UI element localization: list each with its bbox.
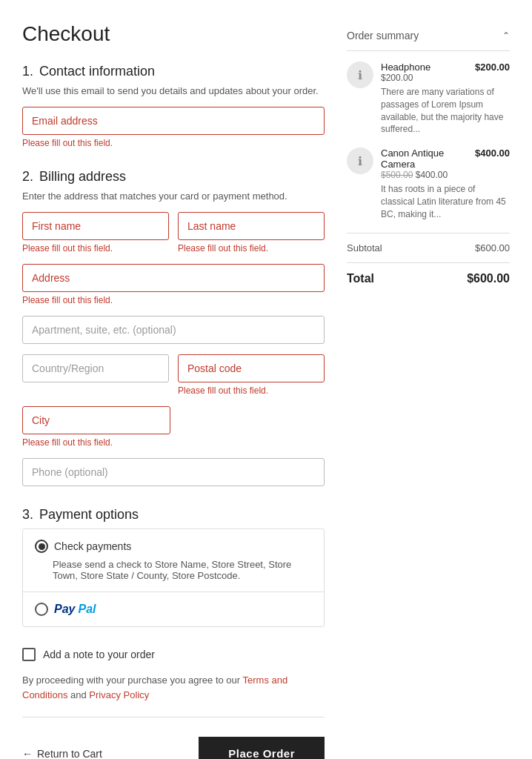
country-input[interactable]	[22, 354, 169, 382]
billing-number: 2.	[22, 169, 33, 185]
postal-error: Please fill out this field.	[178, 385, 325, 396]
return-to-cart-label: Return to Cart	[37, 748, 102, 760]
order-item-1: ℹ Headphone $200.00 $200.00 There are ma…	[347, 62, 510, 136]
page-title: Checkout	[22, 22, 325, 46]
terms-text: By proceeding with your purchase you agr…	[22, 673, 325, 702]
chevron-up-icon[interactable]: ⌃	[502, 30, 510, 41]
email-error: Please fill out this field.	[22, 138, 325, 148]
check-option-header[interactable]: Check payments	[35, 540, 312, 553]
item-1-desc: There are many variations of passages of…	[381, 86, 510, 136]
sidebar-subtotal-divider	[347, 233, 510, 233]
address-wrapper: Please fill out this field.	[22, 264, 325, 305]
payment-number: 3.	[22, 507, 33, 523]
payment-options-box: Check payments Please send a check to St…	[22, 528, 325, 627]
postal-input[interactable]	[178, 354, 325, 382]
country-postal-row: Please fill out this field.	[22, 354, 325, 396]
first-name-input[interactable]	[22, 212, 169, 240]
check-desc: Please send a check to Store Name, Store…	[53, 559, 312, 581]
item-1-price: $200.00	[475, 62, 510, 73]
payment-section: 3. Payment options Check payments Please…	[22, 507, 325, 627]
item-2-sub-prices: $500.00 $400.00	[381, 170, 510, 180]
place-order-button[interactable]: Place Order	[199, 737, 325, 759]
city-input[interactable]	[22, 406, 170, 434]
order-summary-header: Order summary ⌃	[347, 30, 510, 51]
contact-desc: We'll use this email to send you details…	[22, 85, 325, 96]
item-1-details: Headphone $200.00 $200.00 There are many…	[381, 62, 510, 136]
item-2-name-row: Canon Antique Camera $400.00	[381, 148, 510, 170]
last-name-wrapper: Please fill out this field.	[178, 212, 325, 253]
apartment-input[interactable]	[22, 316, 325, 344]
last-name-error: Please fill out this field.	[178, 243, 325, 253]
item-2-name: Canon Antique Camera	[381, 148, 469, 170]
total-row: Total $600.00	[347, 272, 510, 285]
payment-label: Payment options	[39, 507, 139, 523]
item-2-price: $400.00	[475, 148, 510, 159]
paypal-p1: Pay	[54, 603, 75, 616]
paypal-option-header[interactable]: PayPal	[35, 603, 312, 616]
phone-input[interactable]	[22, 458, 325, 486]
paypal-radio[interactable]	[35, 603, 48, 616]
item-1-name: Headphone	[381, 62, 430, 73]
item-2-sale-price: $400.00	[416, 170, 448, 180]
payment-heading: 3. Payment options	[22, 507, 325, 523]
subtotal-label: Subtotal	[347, 242, 382, 253]
sidebar-total-divider	[347, 262, 510, 263]
item-1-icon: ℹ	[347, 62, 373, 88]
email-field-wrapper: Please fill out this field.	[22, 107, 325, 148]
total-label: Total	[347, 272, 374, 285]
billing-desc: Enter the address that matches your card…	[22, 190, 325, 202]
sidebar: Order summary ⌃ ℹ Headphone $200.00 $200…	[347, 22, 510, 759]
apartment-wrapper	[22, 316, 325, 344]
billing-heading: 2. Billing address	[22, 169, 325, 185]
contact-label: Contact information	[39, 64, 155, 79]
footer-divider	[22, 717, 325, 717]
paypal-logo: PayPal	[54, 603, 96, 616]
order-summary-title: Order summary	[347, 30, 419, 42]
order-item-2: ℹ Canon Antique Camera $400.00 $500.00 $…	[347, 148, 510, 220]
address-input[interactable]	[22, 264, 325, 292]
contact-number: 1.	[22, 64, 33, 79]
terms-before: By proceeding with your purchase you agr…	[22, 675, 243, 686]
contact-section: 1. Contact information We'll use this em…	[22, 64, 325, 148]
phone-wrapper	[22, 458, 325, 486]
main-content: Checkout 1. Contact information We'll us…	[22, 22, 325, 759]
check-radio[interactable]	[35, 540, 48, 553]
billing-section: 2. Billing address Enter the address tha…	[22, 169, 325, 486]
first-name-error: Please fill out this field.	[22, 243, 169, 253]
city-wrapper: Please fill out this field.	[22, 406, 170, 448]
address-error: Please fill out this field.	[22, 295, 325, 305]
total-value: $600.00	[467, 272, 510, 285]
postal-wrapper: Please fill out this field.	[178, 354, 325, 396]
billing-label: Billing address	[39, 169, 126, 185]
contact-heading: 1. Contact information	[22, 64, 325, 79]
last-name-input[interactable]	[178, 212, 325, 240]
item-2-icon: ℹ	[347, 148, 373, 174]
subtotal-row: Subtotal $600.00	[347, 242, 510, 253]
subtotal-value: $600.00	[475, 242, 510, 253]
check-label: Check payments	[54, 540, 131, 552]
item-2-desc: It has roots in a piece of classical Lat…	[381, 183, 510, 220]
return-arrow-icon: ←	[22, 748, 33, 760]
item-1-sub-price: $200.00	[381, 73, 510, 83]
name-row: Please fill out this field. Please fill …	[22, 212, 325, 253]
return-to-cart-link[interactable]: ← Return to Cart	[22, 748, 102, 760]
email-input[interactable]	[22, 107, 325, 135]
payment-option-check[interactable]: Check payments Please send a check to St…	[23, 529, 324, 592]
terms-and: and	[67, 689, 89, 700]
city-error: Please fill out this field.	[22, 437, 170, 448]
add-note-label: Add a note to your order	[43, 649, 155, 660]
payment-option-paypal[interactable]: PayPal	[23, 592, 324, 626]
item-2-details: Canon Antique Camera $400.00 $500.00 $40…	[381, 148, 510, 220]
item-2-original-price: $500.00	[381, 170, 413, 180]
item-1-name-row: Headphone $200.00	[381, 62, 510, 73]
add-note-checkbox[interactable]	[22, 648, 36, 661]
first-name-wrapper: Please fill out this field.	[22, 212, 169, 253]
privacy-policy-link[interactable]: Privacy Policy	[89, 689, 149, 700]
country-wrapper	[22, 354, 169, 396]
paypal-p2: Pal	[78, 603, 96, 616]
add-note-row: Add a note to your order	[22, 648, 325, 661]
bottom-bar: ← Return to Cart Place Order	[22, 729, 325, 759]
